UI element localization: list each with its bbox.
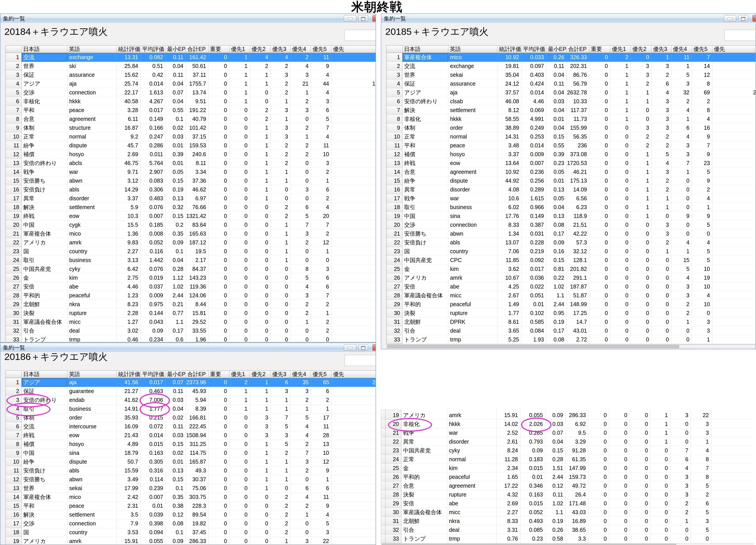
cell-value[interactable] <box>711 490 754 499</box>
cell-value[interactable]: 0.05 <box>546 168 567 176</box>
cell-value[interactable]: 0 <box>610 159 631 168</box>
column-header-12[interactable]: 優先5 <box>311 46 331 53</box>
cell-english[interactable]: normal <box>67 132 117 141</box>
cell-value[interactable]: 4 <box>290 431 311 440</box>
cell-value[interactable]: 0.014 <box>521 88 546 97</box>
cell-value[interactable]: 2 <box>610 53 631 62</box>
cell-value[interactable]: 1 <box>652 247 671 256</box>
cell-value[interactable]: 38.65 <box>566 526 588 534</box>
cell-value[interactable]: 0 <box>670 534 691 543</box>
cell-value[interactable]: 11.28 <box>496 455 520 464</box>
cell-value[interactable]: 0 <box>209 335 229 343</box>
cell-value[interactable]: 1 <box>250 71 271 79</box>
cell-value[interactable]: 0.08 <box>166 519 186 528</box>
cell-value[interactable] <box>712 309 756 318</box>
cell-value[interactable] <box>331 123 376 132</box>
cell-value[interactable]: 0 <box>229 449 250 457</box>
cell-value[interactable]: 0.966 <box>521 203 546 212</box>
cell-value[interactable]: 4 <box>250 53 271 62</box>
cell-value[interactable]: 0.055 <box>141 537 166 545</box>
cell-value[interactable]: 0.236 <box>521 168 546 176</box>
cell-value[interactable]: 1 <box>250 484 271 493</box>
cell-value[interactable]: 0 <box>209 519 229 528</box>
cell-value[interactable]: 0 <box>588 482 609 490</box>
cell-value[interactable]: 1 <box>271 220 290 229</box>
cell-value[interactable]: 0 <box>229 440 250 449</box>
cell-english[interactable]: hosyo <box>67 150 117 159</box>
cell-value[interactable]: 3 <box>652 220 671 229</box>
cell-value[interactable]: 0 <box>229 291 250 300</box>
cell-value[interactable]: 4 <box>311 203 331 212</box>
table-row[interactable]: 9体制structure16.870.1660.02101.42001327 <box>6 123 376 132</box>
cell-value[interactable]: 2.907 <box>141 168 166 176</box>
cell-value[interactable]: 0.04 <box>166 256 186 265</box>
cell-value[interactable]: 91.28 <box>566 446 588 455</box>
cell-value[interactable]: 0 <box>589 79 610 88</box>
cell-value[interactable]: 0.239 <box>141 484 166 493</box>
cell-value[interactable]: 5 <box>692 220 712 229</box>
table-row[interactable]: 16安倍負けabls14.290.3060.1946.62001036 <box>6 185 376 194</box>
cell-value[interactable]: 0.033 <box>521 53 546 62</box>
cell-value[interactable]: 0 <box>671 185 692 194</box>
cell-value[interactable] <box>712 220 756 229</box>
cell-value[interactable]: 21.51 <box>567 220 589 229</box>
cell-english[interactable]: kim <box>67 274 117 282</box>
cell-value[interactable]: 0 <box>250 528 271 537</box>
cell-japanese[interactable]: 解決 <box>22 510 67 519</box>
cell-value[interactable]: 0.083 <box>141 176 166 185</box>
cell-value[interactable]: 7.9 <box>117 519 141 528</box>
cell-value[interactable]: 1 <box>652 53 671 62</box>
cell-value[interactable]: 0.346 <box>520 482 545 490</box>
cell-value[interactable]: 3 <box>692 327 712 335</box>
cell-english[interactable]: war <box>447 429 496 437</box>
cell-value[interactable] <box>712 238 756 247</box>
cell-english[interactable]: amrk <box>67 238 117 247</box>
table-row[interactable]: 17異常disorder3.370.4830.136.97001002 <box>6 194 376 203</box>
cell-value[interactable]: 1 <box>229 387 250 396</box>
cell-value[interactable]: 0.398 <box>141 519 166 528</box>
cell-value[interactable]: 11.73 <box>567 115 589 123</box>
cell-value[interactable]: 1 <box>250 475 271 484</box>
cell-english[interactable]: mico <box>67 493 117 502</box>
table-row[interactable]: 29安倍abe2.690.0151.02171.48000026 <box>381 499 754 508</box>
cell-value[interactable]: 0.12 <box>166 510 186 519</box>
cell-value[interactable]: 303.75 <box>186 493 209 502</box>
cell-japanese[interactable]: 交渉 <box>22 88 67 97</box>
cell-value[interactable]: 49.3 <box>186 466 209 475</box>
cell-value[interactable]: 2 <box>311 229 331 238</box>
cell-value[interactable] <box>712 335 756 344</box>
cell-english[interactable]: abwn <box>67 475 117 484</box>
cell-value[interactable]: 2 <box>271 502 290 510</box>
column-header-6[interactable]: 合計EP <box>567 46 589 53</box>
cell-value[interactable]: 5 <box>652 150 671 159</box>
cell-value[interactable]: 0.26 <box>546 53 567 62</box>
cell-value[interactable]: 6 <box>691 499 711 508</box>
cell-value[interactable]: 25.84 <box>117 62 141 71</box>
cell-english[interactable]: business <box>67 256 117 265</box>
cell-value[interactable]: 0.01 <box>546 176 567 185</box>
cell-value[interactable]: 4 <box>652 88 671 97</box>
cell-japanese[interactable]: 保証 <box>22 387 67 396</box>
cell-value[interactable] <box>331 141 376 150</box>
cell-value[interactable] <box>331 176 376 185</box>
cell-value[interactable] <box>331 115 376 123</box>
cell-value[interactable]: 0 <box>631 291 652 300</box>
cell-value[interactable] <box>331 396 376 405</box>
cell-value[interactable]: 2 <box>692 97 712 106</box>
cell-japanese[interactable]: 軍産複合体 <box>402 53 448 62</box>
cell-value[interactable]: 1.02 <box>166 282 186 291</box>
cell-value[interactable]: 2.44 <box>546 300 567 309</box>
column-header-7[interactable]: 重要 <box>209 371 229 378</box>
cell-value[interactable] <box>331 229 376 238</box>
cell-value[interactable]: 0 <box>250 335 271 343</box>
cell-value[interactable]: 3 <box>290 229 311 238</box>
cell-english[interactable]: rupture <box>448 309 497 318</box>
cell-value[interactable]: 0 <box>589 53 610 62</box>
cell-japanese[interactable]: 安倍 <box>22 282 67 291</box>
cell-english[interactable]: micc <box>67 318 117 327</box>
cell-value[interactable]: 0 <box>250 212 271 220</box>
cell-value[interactable]: 6.92 <box>566 420 588 429</box>
table-row[interactable]: 33トランプtrmp0.460.2340.61.96000000 <box>6 335 376 343</box>
cell-english[interactable]: normal <box>447 455 496 464</box>
cell-value[interactable]: 0 <box>630 526 650 534</box>
